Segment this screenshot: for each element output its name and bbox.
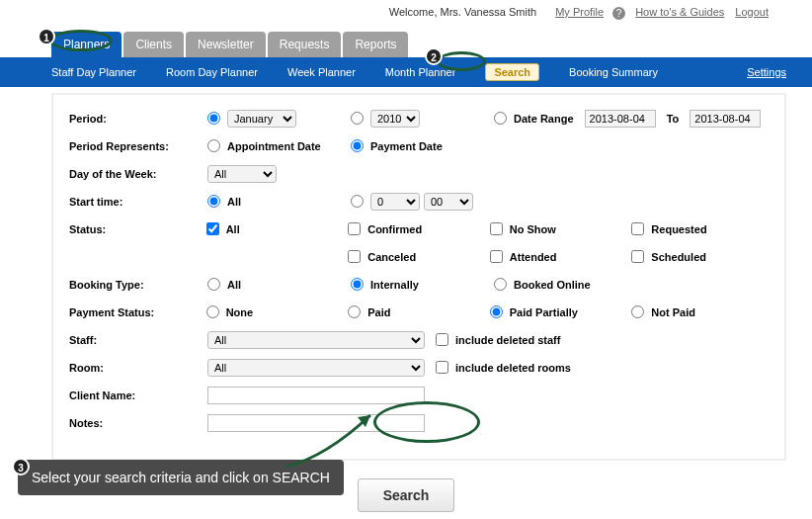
appt-date-text: Appointment Date: [227, 140, 321, 152]
start-all-text: All: [227, 196, 241, 208]
period-label: Period:: [69, 113, 207, 125]
subnav-room-day[interactable]: Room Day Planner: [166, 66, 258, 78]
status-requested-check[interactable]: [631, 222, 644, 235]
booking-all-text: All: [227, 279, 241, 291]
booking-online-text: Booked Online: [514, 279, 591, 291]
pay-none-radio[interactable]: [206, 305, 219, 318]
pay-label: Payment Status:: [69, 306, 206, 318]
subnav-month[interactable]: Month Planner: [385, 66, 456, 78]
status-label: Status:: [69, 223, 206, 235]
pay-paid-text: Paid: [367, 306, 390, 318]
period-month-radio[interactable]: [207, 112, 220, 125]
my-profile-link[interactable]: My Profile: [555, 6, 604, 18]
notes-input[interactable]: [207, 414, 425, 432]
pay-partial-radio[interactable]: [490, 305, 503, 318]
status-confirmed-text: Confirmed: [367, 223, 422, 235]
payment-date-radio[interactable]: [351, 139, 364, 152]
periodrep-label: Period Represents:: [69, 140, 207, 152]
date-to-label: To: [667, 113, 680, 125]
pay-partial-text: Paid Partially: [510, 306, 578, 318]
howto-link[interactable]: How to's & Guides: [635, 6, 724, 18]
status-attended-text: Attended: [510, 251, 557, 263]
dow-label: Day of the Week:: [69, 168, 207, 180]
booking-online-radio[interactable]: [494, 278, 507, 291]
start-hour-select[interactable]: 0: [370, 193, 420, 211]
booking-label: Booking Type:: [69, 279, 207, 291]
tab-newsletter[interactable]: Newsletter: [186, 32, 266, 57]
booking-all-radio[interactable]: [207, 278, 220, 291]
subnav-search[interactable]: Search: [485, 63, 539, 81]
pay-none-text: None: [226, 306, 254, 318]
staff-deleted-text: include deleted staff: [455, 334, 560, 346]
logout-link[interactable]: Logout: [735, 6, 769, 18]
date-to-input[interactable]: [690, 110, 761, 128]
room-select[interactable]: All: [207, 359, 425, 377]
period-month-select[interactable]: January: [227, 110, 296, 128]
subnav-booking[interactable]: Booking Summary: [569, 66, 658, 78]
main-tabs: PlannersClientsNewsletterRequestsReports: [0, 32, 812, 57]
status-noshow-check[interactable]: [490, 222, 503, 235]
welcome-text: Welcome, Mrs. Vanessa Smith: [389, 6, 536, 18]
appt-date-radio[interactable]: [207, 139, 220, 152]
status-all-text: All: [226, 223, 240, 235]
start-min-select[interactable]: 00: [424, 193, 473, 211]
start-time-radio[interactable]: [351, 195, 364, 208]
notes-label: Notes:: [69, 417, 207, 429]
help-icon: ?: [612, 7, 625, 20]
start-all-radio[interactable]: [207, 195, 220, 208]
badge-2: 2: [425, 47, 443, 65]
search-form: Period: January 2010 Date Range To Perio…: [51, 93, 786, 461]
booking-internal-text: Internally: [370, 279, 419, 291]
sub-nav: Staff Day Planner Room Day Planner Week …: [0, 57, 812, 87]
client-input[interactable]: [207, 387, 425, 404]
search-button[interactable]: Search: [358, 478, 454, 512]
date-from-input[interactable]: [585, 110, 656, 128]
tab-planners[interactable]: Planners: [51, 32, 122, 57]
booking-internal-radio[interactable]: [351, 278, 364, 291]
room-label: Room:: [69, 362, 207, 374]
tab-requests[interactable]: Requests: [268, 32, 342, 57]
payment-date-text: Payment Date: [370, 140, 443, 152]
status-scheduled-text: Scheduled: [651, 251, 706, 263]
dow-select[interactable]: All: [207, 165, 277, 183]
pay-notpaid-radio[interactable]: [631, 305, 644, 318]
badge-3: 3: [12, 458, 30, 476]
status-requested-text: Requested: [651, 223, 706, 235]
status-all-check[interactable]: [206, 222, 219, 235]
badge-1: 1: [38, 28, 55, 45]
date-range-radio[interactable]: [494, 112, 507, 125]
status-scheduled-check[interactable]: [631, 250, 644, 263]
period-year-radio[interactable]: [351, 112, 364, 125]
pay-notpaid-text: Not Paid: [651, 306, 695, 318]
room-deleted-check[interactable]: [436, 361, 448, 374]
tab-reports[interactable]: Reports: [343, 32, 408, 57]
subnav-week[interactable]: Week Planner: [287, 66, 356, 78]
start-label: Start time:: [69, 196, 207, 208]
callout-text: Select your search criteria and click on…: [18, 460, 344, 495]
period-year-select[interactable]: 2010: [370, 110, 420, 128]
status-canceled-text: Canceled: [367, 251, 416, 263]
staff-select[interactable]: All: [207, 331, 425, 349]
staff-label: Staff:: [69, 334, 207, 346]
client-label: Client Name:: [69, 389, 207, 401]
header-bar: Welcome, Mrs. Vanessa Smith My Profile ?…: [0, 0, 812, 24]
tab-clients[interactable]: Clients: [123, 32, 184, 57]
status-canceled-check[interactable]: [348, 250, 361, 263]
room-deleted-text: include deleted rooms: [455, 362, 571, 374]
staff-deleted-check[interactable]: [436, 333, 448, 346]
status-attended-check[interactable]: [490, 250, 503, 263]
status-confirmed-check[interactable]: [348, 222, 361, 235]
pay-paid-radio[interactable]: [348, 305, 361, 318]
status-noshow-text: No Show: [510, 223, 556, 235]
subnav-settings[interactable]: Settings: [747, 66, 786, 78]
date-range-label: Date Range: [514, 113, 574, 125]
subnav-staff-day[interactable]: Staff Day Planner: [51, 66, 136, 78]
